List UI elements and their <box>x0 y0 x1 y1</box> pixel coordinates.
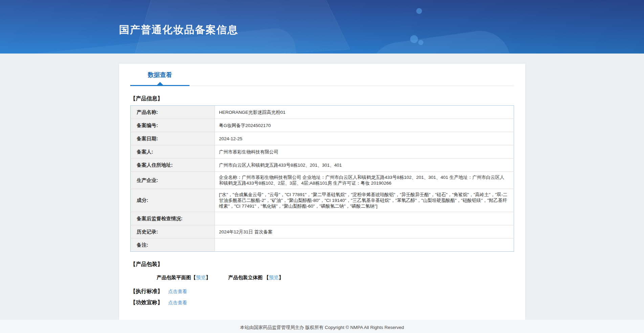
section-heading-efficacy-claim: 【功效宣称】 <box>130 299 163 306</box>
table-row: 成分: ["水"，"合成氟金云母"，"云母"，"CI 77891"，"聚二甲基硅… <box>131 189 514 212</box>
row-label: 备案后监督检查情况: <box>131 212 215 225</box>
packaging-item-stereo-bracket: 】 <box>279 275 284 280</box>
packaging-stereo-preview-link[interactable]: 预览 <box>269 275 279 280</box>
packaging-item-stereo: 产品包装立体图 【预览】 <box>228 275 284 280</box>
section-heading-product-packaging: 【产品包装】 <box>130 261 514 268</box>
row-label: 备注: <box>131 238 215 252</box>
packaging-item-flat-bracket: 】 <box>206 275 211 280</box>
table-row: 备案人住所地址: 广州市白云区人和镇鹤龙五路433号8栋102、201、301、… <box>131 159 514 172</box>
row-value <box>215 238 514 252</box>
header-deco-blob <box>365 27 515 54</box>
table-row: 备案人: 广州市慕彩生物科技有限公司 <box>131 145 514 159</box>
table-row: 备案日期: 2024-12-25 <box>131 132 514 145</box>
execution-standard-view-link[interactable]: 点击查看 <box>168 289 187 295</box>
efficacy-claim-row: 【功效宣称】 点击查看 <box>130 299 514 306</box>
section-heading-execution-standard: 【执行标准】 <box>130 288 163 295</box>
content-card: 数据查看 【产品信息】 产品名称: HERORANGE光影迷踪高光粉01 备案编… <box>119 64 525 320</box>
active-tab-pointer-icon <box>157 82 163 85</box>
tab-data-view-label: 数据查看 <box>148 71 172 79</box>
row-value: 广州市白云区人和镇鹤龙五路433号8栋102、201、301、401 <box>215 159 514 172</box>
table-row: 备注: <box>131 238 514 252</box>
row-value: 2024-12-25 <box>215 132 514 145</box>
header-deco-dot <box>410 35 418 43</box>
packaging-item-flat: 产品包装平面图【预览】 <box>157 275 212 280</box>
packaging-flat-preview-link[interactable]: 预览 <box>196 275 206 280</box>
page-header: 国产普通化妆品备案信息 <box>0 0 644 54</box>
row-label: 历史记录: <box>131 225 215 238</box>
execution-standard-row: 【执行标准】 点击查看 <box>130 288 514 295</box>
packaging-links-row: 产品包装平面图【预览】 产品包装立体图 【预览】 <box>157 274 514 281</box>
row-label: 成分: <box>131 189 215 212</box>
page-title: 国产普通化妆品备案信息 <box>119 23 238 37</box>
table-row: 历史记录: 2024年12月31日 首次备案 <box>131 225 514 238</box>
row-value: 企业名称：广州市慕彩生物科技有限公司 企业地址：广州市白云区人和镇鹤龙五路433… <box>215 172 514 189</box>
tab-bar: 数据查看 <box>130 64 514 86</box>
table-row: 备案编号: 粤G妆网备字2024502170 <box>131 119 514 132</box>
row-value: ["水"，"合成氟金云母"，"云母"，"CI 77891"，"聚二甲基硅氧烷"，… <box>215 189 514 212</box>
packaging-item-stereo-label: 产品包装立体图 【 <box>228 275 269 280</box>
page-footer: 本站由国家药品监督管理局主办 版权所有 Copyright © NMPA All… <box>0 320 644 333</box>
header-deco-dot <box>416 8 422 14</box>
row-value <box>215 212 514 225</box>
section-heading-product-info: 【产品信息】 <box>130 95 514 102</box>
table-row: 生产企业: 企业名称：广州市慕彩生物科技有限公司 企业地址：广州市白云区人和镇鹤… <box>131 172 514 189</box>
row-label: 备案编号: <box>131 119 215 132</box>
header-deco-dot <box>418 40 423 45</box>
efficacy-claim-view-link[interactable]: 点击查看 <box>168 300 187 306</box>
active-tab-underline <box>130 85 190 86</box>
row-label: 产品名称: <box>131 106 215 119</box>
packaging-item-flat-label: 产品包装平面图【 <box>157 275 196 280</box>
table-row: 备案后监督检查情况: <box>131 212 514 225</box>
row-value: 广州市慕彩生物科技有限公司 <box>215 145 514 159</box>
row-label: 备案日期: <box>131 132 215 145</box>
row-value: HERORANGE光影迷踪高光粉01 <box>215 106 514 119</box>
row-label: 备案人住所地址: <box>131 159 215 172</box>
row-value: 2024年12月31日 首次备案 <box>215 225 514 238</box>
product-info-table: 产品名称: HERORANGE光影迷踪高光粉01 备案编号: 粤G妆网备字202… <box>130 105 514 252</box>
row-value: 粤G妆网备字2024502170 <box>215 119 514 132</box>
footer-copyright-text: 本站由国家药品监督管理局主办 版权所有 Copyright © NMPA All… <box>240 325 404 331</box>
row-label: 生产企业: <box>131 172 215 189</box>
table-row: 产品名称: HERORANGE光影迷踪高光粉01 <box>131 106 514 119</box>
row-label: 备案人: <box>131 145 215 159</box>
